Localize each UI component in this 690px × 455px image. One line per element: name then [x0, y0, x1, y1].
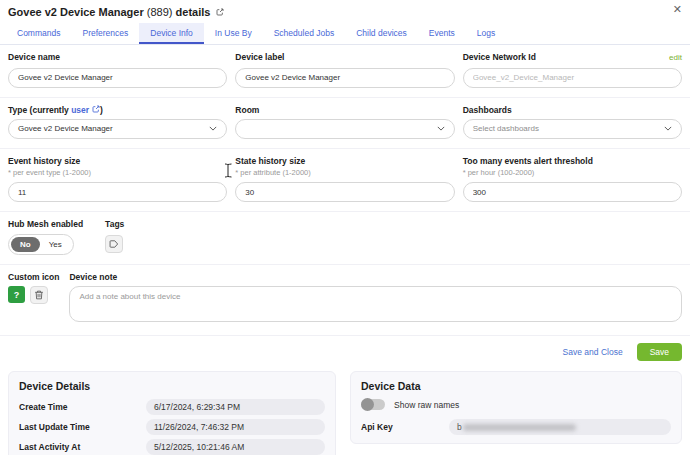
api-key-row: Api Key b — [361, 419, 671, 435]
detail-row-last-update: Last Update Time 11/26/2024, 7:46:32 PM — [19, 419, 325, 435]
tab-bar: Commands Preferences Device Info In Use … — [0, 23, 690, 45]
tab-preferences[interactable]: Preferences — [71, 23, 139, 44]
tab-scheduled-jobs[interactable]: Scheduled Jobs — [263, 23, 346, 44]
device-id: (889) — [147, 6, 173, 18]
form-row-mesh-tags: Hub Mesh enabled No Yes Tags — [0, 212, 690, 265]
tags-button[interactable] — [105, 235, 123, 253]
event-history-hint: * per event type (1-2000) — [8, 168, 227, 177]
device-label-input[interactable] — [235, 68, 454, 88]
events-threshold-hint: * per hour (100-2000) — [463, 168, 682, 177]
tab-in-use-by[interactable]: In Use By — [204, 23, 263, 44]
hub-mesh-toggle[interactable]: No Yes — [8, 234, 74, 255]
delete-icon-button[interactable] — [30, 286, 48, 304]
type-label: Type (currently user) — [8, 105, 227, 115]
device-note-label: Device note — [69, 272, 682, 282]
show-raw-names-row: Show raw names — [361, 399, 671, 410]
form-row-history: Event history size * per event type (1-2… — [0, 149, 690, 213]
tags-field: Tags — [105, 219, 124, 255]
type-select[interactable]: Govee v2 Device Manager — [8, 119, 227, 139]
edit-dni-link[interactable]: edit — [669, 53, 682, 62]
events-threshold-label: Too many events alert threshold — [463, 156, 682, 166]
state-history-label: State history size — [235, 156, 454, 166]
device-data-card: Device Data Show raw names Api Key b — [350, 371, 682, 444]
dashboards-field: Dashboards Select dashboards — [463, 105, 682, 139]
show-raw-names-label: Show raw names — [394, 400, 459, 410]
room-field: Room — [235, 105, 454, 139]
room-select[interactable] — [235, 119, 454, 139]
device-name-label: Device name — [8, 52, 227, 62]
hub-mesh-label: Hub Mesh enabled — [8, 219, 83, 229]
device-title-name: Govee v2 Device Manager — [8, 6, 144, 18]
api-key-label: Api Key — [361, 422, 449, 432]
custom-icon-label: Custom icon — [8, 272, 59, 282]
device-data-title: Device Data — [361, 380, 671, 392]
event-history-field: Event history size * per event type (1-2… — [8, 156, 227, 203]
page-title: Govee v2 Device Manager (889) details — [8, 6, 682, 18]
device-label-label: Device label — [235, 52, 454, 62]
create-time-value: 6/17/2024, 6:29:34 PM — [146, 399, 325, 415]
type-select-value: Govee v2 Device Manager — [18, 124, 113, 133]
type-field: Type (currently user) Govee v2 Device Ma… — [8, 105, 227, 139]
title-suffix: details — [176, 6, 211, 18]
text-cursor — [224, 163, 232, 178]
save-button[interactable]: Save — [637, 343, 682, 361]
event-history-input[interactable] — [8, 182, 227, 202]
detail-row-last-activity: Last Activity At 5/12/2025, 10:21:46 AM — [19, 439, 325, 455]
save-and-close-link[interactable]: Save and Close — [563, 347, 623, 357]
dashboards-label: Dashboards — [463, 105, 682, 115]
form-row-type: Type (currently user) Govee v2 Device Ma… — [0, 98, 690, 149]
device-network-id-field: Device Network Id edit — [463, 52, 682, 88]
last-activity-value: 5/12/2025, 10:21:46 AM — [146, 439, 325, 455]
close-icon[interactable]: ✕ — [673, 4, 682, 15]
state-history-hint: * per attribute (1-2000) — [235, 168, 454, 177]
device-network-id-input[interactable] — [463, 68, 682, 88]
header: Govee v2 Device Manager (889) details ✕ — [0, 0, 690, 18]
tab-device-info[interactable]: Device Info — [139, 23, 204, 44]
detail-row-create-time: Create Time 6/17/2024, 6:29:34 PM — [19, 399, 325, 415]
tab-events[interactable]: Events — [418, 23, 466, 44]
chevron-down-icon — [209, 126, 217, 131]
device-label-field: Device label — [235, 52, 454, 88]
device-name-field: Device name — [8, 52, 227, 88]
custom-icon-button[interactable]: ? — [8, 286, 25, 303]
form-row-icon-note: Custom icon ? Device note — [0, 265, 690, 336]
device-details-page: Govee v2 Device Manager (889) details ✕ … — [0, 0, 690, 455]
device-details-title: Device Details — [19, 380, 325, 392]
chevron-down-icon — [437, 126, 445, 131]
hub-mesh-no-option[interactable]: No — [11, 237, 40, 252]
state-history-input[interactable] — [235, 182, 454, 202]
last-update-value: 11/26/2024, 7:46:32 PM — [146, 419, 325, 435]
room-label: Room — [235, 105, 454, 115]
custom-icon-field: Custom icon ? — [8, 272, 59, 326]
type-user-link[interactable]: user — [71, 105, 89, 115]
dashboards-select[interactable]: Select dashboards — [463, 119, 682, 139]
tag-icon — [109, 239, 119, 249]
state-history-field: State history size * per attribute (1-20… — [235, 156, 454, 203]
device-details-card: Device Details Create Time 6/17/2024, 6:… — [8, 371, 336, 455]
type-external-link-icon[interactable] — [92, 105, 100, 113]
redacted-api-key — [463, 424, 576, 431]
device-note-textarea[interactable] — [69, 286, 682, 322]
external-link-icon[interactable] — [216, 6, 224, 14]
device-note-field: Device note — [69, 272, 682, 326]
events-threshold-input[interactable] — [463, 182, 682, 202]
tab-child-devices[interactable]: Child devices — [345, 23, 418, 44]
dashboards-placeholder: Select dashboards — [473, 124, 539, 133]
tags-label: Tags — [105, 219, 124, 229]
event-history-label: Event history size — [8, 156, 227, 166]
tab-logs[interactable]: Logs — [466, 23, 506, 44]
hub-mesh-yes-option[interactable]: Yes — [40, 237, 71, 252]
api-key-value: b — [449, 419, 671, 435]
hub-mesh-field: Hub Mesh enabled No Yes — [8, 219, 83, 255]
save-actions: Save and Close Save — [0, 336, 690, 368]
device-name-input[interactable] — [8, 68, 227, 88]
chevron-down-icon — [664, 126, 672, 131]
device-network-id-label: Device Network Id — [463, 52, 536, 62]
show-raw-names-toggle[interactable] — [361, 399, 385, 410]
info-cards: Device Details Create Time 6/17/2024, 6:… — [0, 368, 690, 455]
toggle-knob — [361, 398, 374, 411]
tab-commands[interactable]: Commands — [6, 23, 71, 44]
form-row-identity: Device name Device label Device Network … — [0, 45, 690, 98]
trash-icon — [34, 290, 44, 300]
events-threshold-field: Too many events alert threshold * per ho… — [463, 156, 682, 203]
